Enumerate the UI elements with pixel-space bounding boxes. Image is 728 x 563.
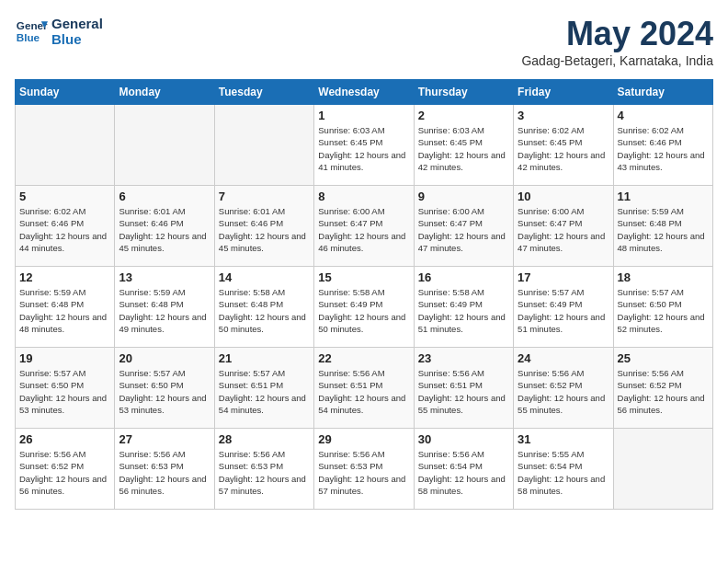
day-cell-11: 11Sunrise: 5:59 AMSunset: 6:48 PMDayligh… [613,186,712,267]
day-number: 15 [318,270,409,284]
day-cell-19: 19Sunrise: 5:57 AMSunset: 6:50 PMDayligh… [16,348,115,429]
day-cell-18: 18Sunrise: 5:57 AMSunset: 6:50 PMDayligh… [613,267,712,348]
day-info: Sunrise: 5:59 AMSunset: 6:48 PMDaylight:… [19,286,110,335]
day-info: Sunrise: 5:57 AMSunset: 6:49 PMDaylight:… [518,286,609,335]
logo-icon: General Blue [15,15,48,48]
svg-text:General: General [17,19,48,31]
day-info: Sunrise: 6:00 AMSunset: 6:47 PMDaylight:… [318,205,409,254]
title-area: May 2024 Gadag-Betageri, Karnataka, Indi… [521,15,713,68]
day-cell-3: 3Sunrise: 6:02 AMSunset: 6:45 PMDaylight… [514,105,613,186]
day-cell-25: 25Sunrise: 5:56 AMSunset: 6:52 PMDayligh… [613,348,712,429]
day-info: Sunrise: 6:01 AMSunset: 6:46 PMDaylight:… [219,205,310,254]
day-cell-31: 31Sunrise: 5:55 AMSunset: 6:54 PMDayligh… [514,429,613,510]
day-cell-16: 16Sunrise: 5:58 AMSunset: 6:49 PMDayligh… [414,267,513,348]
day-info: Sunrise: 5:57 AMSunset: 6:51 PMDaylight:… [219,367,310,416]
day-info: Sunrise: 6:03 AMSunset: 6:45 PMDaylight:… [418,124,509,173]
day-cell-9: 9Sunrise: 6:00 AMSunset: 6:47 PMDaylight… [414,186,513,267]
weekday-header-wednesday: Wednesday [314,80,414,105]
day-info: Sunrise: 6:00 AMSunset: 6:47 PMDaylight:… [418,205,509,254]
page-header: General Blue General Blue May 2024 Gadag… [15,15,713,68]
day-number: 4 [618,109,709,122]
day-number: 14 [219,270,310,284]
weekday-header-saturday: Saturday [613,80,712,105]
day-number: 13 [119,270,210,284]
day-info: Sunrise: 5:56 AMSunset: 6:54 PMDaylight:… [418,448,509,497]
day-info: Sunrise: 5:59 AMSunset: 6:48 PMDaylight:… [119,286,210,335]
day-info: Sunrise: 5:56 AMSunset: 6:53 PMDaylight:… [219,448,310,497]
day-info: Sunrise: 5:56 AMSunset: 6:51 PMDaylight:… [318,367,409,416]
day-number: 3 [518,109,609,122]
day-cell-27: 27Sunrise: 5:56 AMSunset: 6:53 PMDayligh… [115,429,214,510]
day-info: Sunrise: 5:56 AMSunset: 6:53 PMDaylight:… [318,448,409,497]
day-number: 22 [318,351,409,365]
day-info: Sunrise: 6:01 AMSunset: 6:46 PMDaylight:… [119,205,210,254]
day-cell-7: 7Sunrise: 6:01 AMSunset: 6:46 PMDaylight… [214,186,313,267]
day-info: Sunrise: 5:58 AMSunset: 6:49 PMDaylight:… [418,286,509,335]
logo: General Blue General Blue [15,15,103,48]
day-info: Sunrise: 5:55 AMSunset: 6:54 PMDaylight:… [518,448,609,497]
day-cell-20: 20Sunrise: 5:57 AMSunset: 6:50 PMDayligh… [115,348,214,429]
weekday-header-row: SundayMondayTuesdayWednesdayThursdayFrid… [16,80,713,105]
day-cell-26: 26Sunrise: 5:56 AMSunset: 6:52 PMDayligh… [16,429,115,510]
day-number: 9 [418,190,509,203]
day-cell-13: 13Sunrise: 5:59 AMSunset: 6:48 PMDayligh… [115,267,214,348]
day-info: Sunrise: 6:02 AMSunset: 6:46 PMDaylight:… [19,205,110,254]
day-number: 30 [418,432,509,446]
day-number: 6 [119,190,210,203]
day-cell-30: 30Sunrise: 5:56 AMSunset: 6:54 PMDayligh… [414,429,513,510]
day-info: Sunrise: 6:02 AMSunset: 6:45 PMDaylight:… [518,124,609,173]
day-number: 21 [219,351,310,365]
day-number: 2 [418,109,509,122]
day-number: 12 [19,270,110,284]
weekday-header-friday: Friday [514,80,613,105]
week-row-5: 26Sunrise: 5:56 AMSunset: 6:52 PMDayligh… [16,429,713,510]
logo-blue: Blue [51,31,103,47]
empty-cell [613,429,712,510]
day-info: Sunrise: 5:56 AMSunset: 6:52 PMDaylight:… [618,367,709,416]
day-cell-21: 21Sunrise: 5:57 AMSunset: 6:51 PMDayligh… [214,348,313,429]
day-number: 25 [618,351,709,365]
day-info: Sunrise: 6:00 AMSunset: 6:47 PMDaylight:… [518,205,609,254]
week-row-3: 12Sunrise: 5:59 AMSunset: 6:48 PMDayligh… [16,267,713,348]
day-info: Sunrise: 6:03 AMSunset: 6:45 PMDaylight:… [318,124,409,173]
day-cell-6: 6Sunrise: 6:01 AMSunset: 6:46 PMDaylight… [115,186,214,267]
day-info: Sunrise: 5:58 AMSunset: 6:49 PMDaylight:… [318,286,409,335]
day-cell-24: 24Sunrise: 5:56 AMSunset: 6:52 PMDayligh… [514,348,613,429]
day-number: 16 [418,270,509,284]
day-number: 1 [318,109,409,122]
location-subtitle: Gadag-Betageri, Karnataka, India [521,53,713,68]
day-number: 7 [219,190,310,203]
day-info: Sunrise: 5:59 AMSunset: 6:48 PMDaylight:… [618,205,709,254]
logo-general: General [51,16,103,31]
day-info: Sunrise: 5:56 AMSunset: 6:53 PMDaylight:… [119,448,210,497]
day-cell-23: 23Sunrise: 5:56 AMSunset: 6:51 PMDayligh… [414,348,513,429]
empty-cell [214,105,313,186]
calendar-table: SundayMondayTuesdayWednesdayThursdayFrid… [15,79,713,510]
day-number: 20 [119,351,210,365]
svg-text:Blue: Blue [17,31,40,43]
weekday-header-sunday: Sunday [16,80,115,105]
day-cell-1: 1Sunrise: 6:03 AMSunset: 6:45 PMDaylight… [314,105,414,186]
day-number: 19 [19,351,110,365]
day-cell-22: 22Sunrise: 5:56 AMSunset: 6:51 PMDayligh… [314,348,414,429]
day-number: 27 [119,432,210,446]
day-cell-14: 14Sunrise: 5:58 AMSunset: 6:48 PMDayligh… [214,267,313,348]
empty-cell [115,105,214,186]
day-number: 29 [318,432,409,446]
day-number: 24 [518,351,609,365]
day-info: Sunrise: 5:57 AMSunset: 6:50 PMDaylight:… [618,286,709,335]
day-number: 8 [318,190,409,203]
day-info: Sunrise: 5:56 AMSunset: 6:52 PMDaylight:… [19,448,110,497]
day-cell-4: 4Sunrise: 6:02 AMSunset: 6:46 PMDaylight… [613,105,712,186]
day-cell-28: 28Sunrise: 5:56 AMSunset: 6:53 PMDayligh… [214,429,313,510]
empty-cell [16,105,115,186]
day-info: Sunrise: 6:02 AMSunset: 6:46 PMDaylight:… [618,124,709,173]
day-cell-12: 12Sunrise: 5:59 AMSunset: 6:48 PMDayligh… [16,267,115,348]
day-number: 10 [518,190,609,203]
day-info: Sunrise: 5:56 AMSunset: 6:51 PMDaylight:… [418,367,509,416]
day-cell-5: 5Sunrise: 6:02 AMSunset: 6:46 PMDaylight… [16,186,115,267]
day-number: 5 [19,190,110,203]
day-number: 23 [418,351,509,365]
day-info: Sunrise: 5:57 AMSunset: 6:50 PMDaylight:… [119,367,210,416]
day-info: Sunrise: 5:56 AMSunset: 6:52 PMDaylight:… [518,367,609,416]
